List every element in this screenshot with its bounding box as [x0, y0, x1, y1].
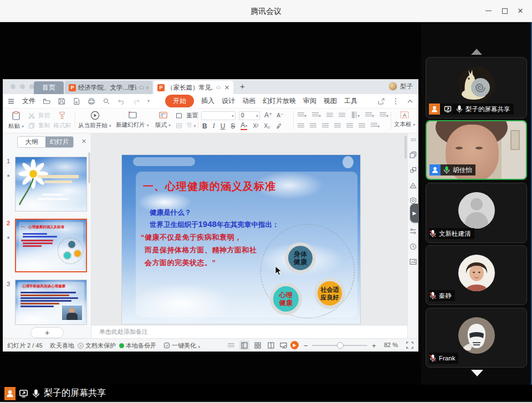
participant-tile-wenxin[interactable]: 文新杜建清 — [426, 183, 527, 243]
tab-slides[interactable]: 幻灯片 — [45, 137, 73, 147]
panel-mode-switch[interactable]: 大纲 幻灯片 — [17, 136, 74, 148]
view-notes-icon[interactable] — [226, 340, 236, 350]
view-reading-icon[interactable] — [266, 340, 276, 350]
align-text-button[interactable]: ▾ — [365, 112, 374, 118]
menu-insert[interactable]: 插入 — [201, 96, 214, 106]
columns-button[interactable] — [359, 123, 365, 128]
copy-button[interactable]: 复制 — [28, 122, 50, 130]
zoom-in-button[interactable]: + — [372, 342, 376, 350]
play-from-current-button[interactable]: 从当前开始 ▾ — [77, 111, 112, 130]
paragraph-more-button[interactable]: ▾ — [371, 122, 380, 129]
new-slide-button[interactable]: 新建幻灯片 ▾ — [115, 111, 150, 129]
menu-tools[interactable]: 工具 — [344, 96, 357, 106]
align-center-button[interactable] — [310, 123, 316, 128]
distribute-button[interactable] — [346, 123, 353, 128]
beautify-button[interactable]: 一键美化 ▴ — [163, 342, 200, 350]
panel-scrollbar[interactable] — [88, 152, 90, 183]
superscript-button[interactable]: X² — [253, 123, 258, 129]
protect-status[interactable]: 文档未保护 — [78, 342, 116, 350]
participant-tile-qinjing[interactable]: 秦静 — [426, 245, 527, 305]
participant-tile-frank[interactable]: Frank — [426, 308, 527, 368]
font-name-select[interactable]: ▾ — [201, 111, 236, 120]
menu-animation[interactable]: 动画 — [242, 96, 255, 106]
open-folder-icon[interactable] — [43, 97, 50, 105]
layout-button[interactable]: 版式 ▾ — [152, 111, 173, 129]
more-commands-caret-icon[interactable]: ▾ — [147, 99, 150, 104]
justify-button[interactable] — [334, 123, 341, 128]
font-size-steppers[interactable]: A⁺ A⁻ — [264, 111, 283, 119]
slide-1-thumbnail[interactable] — [15, 157, 87, 211]
reset-button[interactable]: 重置 — [176, 112, 198, 120]
find-icon[interactable] — [103, 97, 110, 105]
decrease-indent-button[interactable] — [326, 113, 333, 118]
hamburger-icon[interactable] — [7, 97, 15, 105]
menu-file[interactable]: 文件 — [22, 96, 35, 106]
zoom-percent[interactable]: 82 % — [384, 342, 398, 348]
increase-indent-button[interactable] — [339, 113, 345, 118]
font-color-button[interactable]: A▾ — [241, 122, 247, 130]
editor-scrollbar[interactable] — [405, 136, 407, 159]
maximize-button[interactable] — [501, 7, 509, 15]
more-menu-icon[interactable] — [392, 97, 400, 105]
print-icon[interactable] — [88, 97, 95, 105]
settings-sliders-icon[interactable] — [410, 228, 417, 235]
toolbar-handle-icon[interactable] — [410, 138, 417, 143]
slide-2-thumbnail-selected[interactable]: 一、心理健康的涵义及标准 — [15, 219, 87, 272]
share-doc-icon[interactable] — [377, 97, 385, 105]
increase-font-icon[interactable]: A⁺ — [264, 111, 272, 119]
new-tab-button[interactable]: + — [240, 81, 245, 91]
play-slideshow-button[interactable]: ▶ — [290, 341, 299, 349]
align-right-button[interactable] — [322, 123, 329, 128]
redo-icon[interactable] — [132, 97, 140, 105]
menu-design[interactable]: 设计 — [222, 96, 235, 106]
slide-editor-area[interactable]: 一、心理健康的涵义及标准 健康是什么？ 世界卫生组织于1948年在其宪章中指出：… — [91, 133, 407, 325]
decrease-font-icon[interactable]: A⁻ — [277, 112, 283, 118]
slides-pane-icon[interactable] — [410, 151, 417, 158]
panel-close-icon[interactable]: ✕ — [81, 138, 86, 145]
font-size-select[interactable]: 0▾ — [239, 111, 260, 120]
participant-tile-lizi[interactable]: 梨子的屏幕共享 — [426, 57, 527, 118]
strikethrough-button[interactable]: S — [231, 122, 235, 130]
textbox-button[interactable]: A 文本框 ▾ — [393, 111, 416, 128]
backup-status[interactable]: 本地备份开 — [119, 342, 156, 350]
zoom-slider[interactable] — [312, 345, 367, 346]
image-pane-icon[interactable] — [410, 259, 417, 265]
export-pdf-icon[interactable] — [73, 97, 80, 105]
bold-button[interactable]: B — [202, 122, 207, 130]
menu-slideshow[interactable]: 幻灯片放映 — [263, 96, 296, 106]
scroll-up-arrow-icon[interactable] — [471, 49, 482, 55]
shape-button[interactable]: 形状 — [417, 111, 418, 128]
fit-window-icon[interactable] — [406, 342, 413, 349]
subscript-button[interactable]: X₂ — [264, 123, 270, 129]
cut-button[interactable]: 剪切 — [28, 112, 50, 120]
menu-review[interactable]: 审阅 — [303, 96, 316, 106]
text-direction-button[interactable]: ▾ — [351, 112, 360, 118]
notes-placeholder[interactable]: 单击此处添加备注 — [91, 325, 407, 338]
menu-start[interactable]: 开始 — [165, 95, 194, 107]
bullets-button[interactable]: ▾ — [298, 112, 306, 118]
line-spacing-button[interactable]: ▾ — [380, 112, 388, 118]
paste-button[interactable]: 粘贴 ▾ — [6, 111, 26, 130]
close-button[interactable]: ✕ — [516, 7, 524, 15]
underline-button[interactable]: U — [221, 122, 226, 130]
view-normal-icon[interactable] — [239, 340, 249, 350]
zoom-out-button[interactable]: − — [304, 342, 308, 350]
collapse-ribbon-icon[interactable] — [406, 97, 414, 105]
shapes-pane-icon[interactable] — [410, 167, 417, 174]
clear-format-icon[interactable] — [275, 123, 282, 130]
tab-document-1[interactable]: P 经济学院、文学...理讲座.ppt — [65, 81, 152, 94]
format-painter-button[interactable]: 格式刷 — [52, 111, 73, 130]
history-clock-icon[interactable] — [410, 243, 417, 250]
participant-tile-hujiayi[interactable]: 胡佳怡 — [426, 120, 527, 180]
numbering-button[interactable]: ▾ — [312, 112, 321, 118]
view-presenter-icon[interactable] — [278, 340, 288, 350]
account-chip[interactable]: 梨子 — [388, 82, 413, 91]
pyramid-icon[interactable] — [410, 182, 417, 189]
menu-view[interactable]: 视图 — [324, 96, 337, 106]
slide-canvas[interactable]: 一、心理健康的涵义及标准 健康是什么？ 世界卫生组织于1948年在其宪章中指出：… — [122, 155, 360, 324]
minimize-button[interactable] — [484, 7, 492, 15]
scroll-down-arrow-icon[interactable] — [471, 370, 483, 376]
theme-name[interactable]: 欢天喜地 — [50, 342, 74, 350]
save-icon[interactable] — [58, 97, 65, 105]
slide-3-thumbnail[interactable]: 心理学家杨凤池谈心理健康 — [15, 280, 87, 325]
